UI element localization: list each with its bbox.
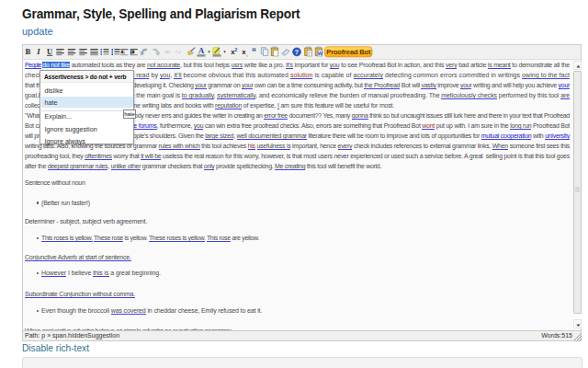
svg-text:W: W	[317, 51, 322, 56]
svg-text:∞: ∞	[164, 48, 170, 56]
svg-text:I: I	[36, 47, 40, 56]
svg-text:Proofread Bot: Proofread Bot	[326, 48, 371, 56]
svg-text:?: ?	[295, 49, 299, 55]
svg-text:,: ,	[246, 52, 248, 57]
svg-text:A: A	[198, 46, 205, 55]
svg-text:B: B	[26, 47, 31, 56]
svg-text:2: 2	[235, 47, 238, 52]
svg-text:“: “	[252, 47, 256, 57]
svg-text:U: U	[47, 48, 52, 56]
